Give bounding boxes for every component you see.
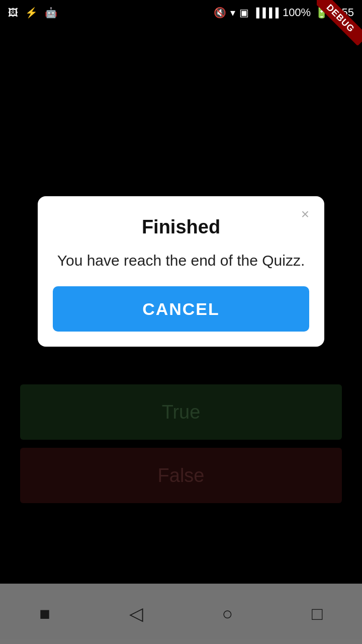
android-icon: 🤖 [45,7,57,19]
sim-icon: ▣ [239,7,249,19]
usb-icon: ⚡ [25,7,38,19]
close-icon: × [301,206,309,222]
mute-icon: 🔇 [214,7,226,19]
debug-label: DEBUG [317,0,362,45]
dialog-title: Finished [53,216,309,238]
debug-ribbon: DEBUG [317,0,362,45]
status-bar-left: 🖼 ⚡ 🤖 [8,7,57,19]
finished-dialog: × Finished You have reach the end of the… [38,196,324,347]
close-button[interactable]: × [296,205,314,223]
battery-percentage: 100% [283,6,311,19]
cancel-button[interactable]: CANCEL [53,286,309,332]
status-bar: 🖼 ⚡ 🤖 🔇 ▾ ▣ ▐▐▐▐ 100% 🔋 7:55 [0,0,362,25]
dialog-message: You have reach the end of the Quizz. [53,250,309,271]
wifi-icon: ▾ [230,7,235,19]
image-icon: 🖼 [8,7,18,19]
signal-icon: ▐▐▐▐ [253,8,279,18]
cancel-label: CANCEL [142,299,220,318]
